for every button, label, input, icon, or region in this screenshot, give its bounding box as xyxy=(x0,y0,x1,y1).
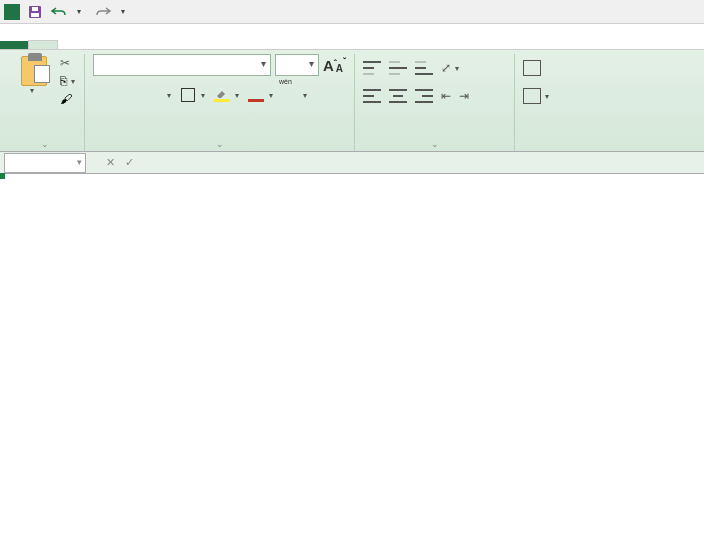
fill-color-button[interactable] xyxy=(213,86,231,104)
format-painter-button[interactable]: 🖌 xyxy=(60,92,76,106)
cancel-formula-icon[interactable]: ✕ xyxy=(106,156,115,169)
group-wrap: ▾ xyxy=(515,54,625,151)
quick-access-toolbar: ▾ ▾ xyxy=(0,0,704,24)
align-middle-icon[interactable] xyxy=(389,61,407,75)
redo-icon[interactable] xyxy=(94,3,112,21)
bold-button[interactable] xyxy=(93,86,111,104)
cell-selection xyxy=(0,174,4,178)
brush-icon: 🖌 xyxy=(60,92,72,106)
tab-formula[interactable] xyxy=(114,41,142,49)
tab-page-layout[interactable] xyxy=(86,41,114,49)
fill-icon xyxy=(214,88,230,102)
phonetic-dropdown-icon[interactable]: ▾ xyxy=(303,91,307,100)
group-label-font xyxy=(85,137,354,149)
paste-dropdown-icon[interactable]: ▾ xyxy=(30,86,34,95)
decrease-font-icon[interactable]: Aˇ xyxy=(341,56,346,74)
merge-center-button[interactable]: ▾ xyxy=(523,82,617,110)
enter-formula-icon[interactable]: ✓ xyxy=(125,156,134,169)
border-dropdown-icon[interactable]: ▾ xyxy=(201,91,205,100)
name-box[interactable] xyxy=(4,153,86,173)
align-left-icon[interactable] xyxy=(363,89,381,103)
ribbon-tabs xyxy=(0,24,704,50)
scissors-icon: ✂ xyxy=(60,56,70,70)
merge-dropdown-icon[interactable]: ▾ xyxy=(545,92,549,101)
font-color-button[interactable] xyxy=(247,86,265,104)
paste-button[interactable]: ▾ xyxy=(14,54,54,106)
save-icon[interactable] xyxy=(26,3,44,21)
tab-data[interactable] xyxy=(142,41,170,49)
group-label-alignment xyxy=(355,137,514,149)
formula-bar: ✕ ✓ xyxy=(0,152,704,174)
wrap-icon xyxy=(523,60,541,76)
tab-view[interactable] xyxy=(198,41,226,49)
font-color-icon xyxy=(248,88,264,102)
border-button[interactable] xyxy=(179,86,197,104)
excel-app-icon xyxy=(4,4,20,20)
underline-dropdown-icon[interactable]: ▾ xyxy=(167,91,171,100)
align-top-icon[interactable] xyxy=(363,61,381,75)
group-clipboard: ▾ ✂ ⎘▾ 🖌 xyxy=(6,54,85,151)
orientation-button[interactable]: ⤢ xyxy=(441,61,451,75)
svg-rect-1 xyxy=(31,13,39,17)
group-label-clipboard xyxy=(6,137,84,149)
border-icon xyxy=(181,88,195,102)
tab-review[interactable] xyxy=(170,41,198,49)
tab-insert[interactable] xyxy=(58,41,86,49)
align-right-icon[interactable] xyxy=(415,89,433,103)
increase-indent-icon[interactable]: ⇥ xyxy=(459,89,469,103)
ribbon: ▾ ✂ ⎘▾ 🖌 Aˆ Aˇ ▾ ▾ ▾ ▾ ▾ xyxy=(0,50,704,152)
font-size-select[interactable] xyxy=(275,54,319,76)
wrap-text-button[interactable] xyxy=(523,54,617,82)
orientation-dropdown-icon[interactable]: ▾ xyxy=(455,64,459,73)
undo-icon[interactable] xyxy=(50,3,68,21)
font-color-dropdown-icon[interactable]: ▾ xyxy=(269,91,273,100)
cut-button[interactable]: ✂ xyxy=(60,56,76,70)
tab-vault[interactable] xyxy=(230,41,258,49)
increase-font-icon[interactable]: Aˆ xyxy=(323,57,337,74)
group-font: Aˆ Aˇ ▾ ▾ ▾ ▾ ▾ xyxy=(85,54,355,151)
phonetic-button[interactable] xyxy=(281,86,299,104)
align-center-icon[interactable] xyxy=(389,89,407,103)
svg-rect-2 xyxy=(32,7,38,11)
tab-file[interactable] xyxy=(0,41,28,49)
decrease-indent-icon[interactable]: ⇤ xyxy=(441,89,451,103)
fill-dropdown-icon[interactable]: ▾ xyxy=(235,91,239,100)
font-name-select[interactable] xyxy=(93,54,271,76)
underline-button[interactable] xyxy=(145,86,163,104)
undo-dropdown-icon[interactable]: ▾ xyxy=(70,3,88,21)
copy-icon: ⎘ xyxy=(60,74,67,88)
group-alignment: ⤢▾ ⇤ ⇥ xyxy=(355,54,515,151)
merge-icon xyxy=(523,88,541,104)
italic-button[interactable] xyxy=(119,86,137,104)
copy-dropdown-icon[interactable]: ▾ xyxy=(71,77,75,86)
copy-button[interactable]: ⎘▾ xyxy=(60,74,76,88)
paste-icon xyxy=(21,56,47,86)
align-bottom-icon[interactable] xyxy=(415,61,433,75)
tab-home[interactable] xyxy=(28,40,58,49)
qat-customize-icon[interactable]: ▾ xyxy=(114,3,132,21)
